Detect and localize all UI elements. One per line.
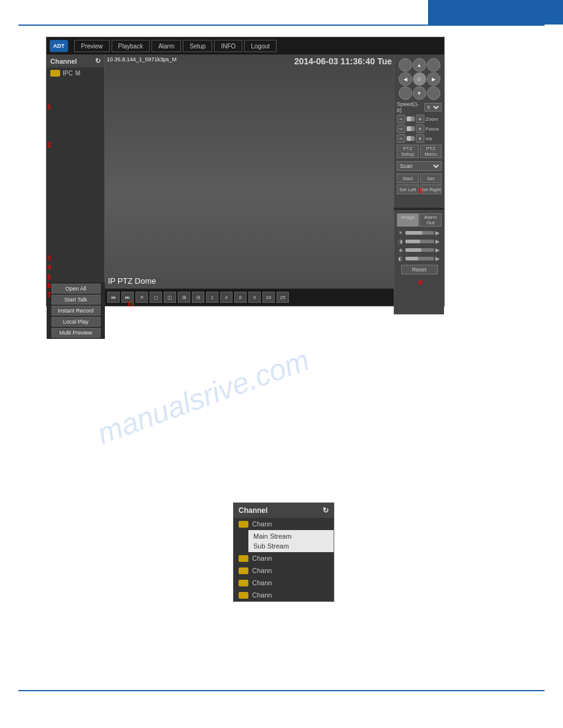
contrast-slider[interactable] [405,240,434,243]
nav-info-btn[interactable]: INFO [214,40,242,52]
label-4: 4 [47,264,51,271]
ptz-upright-btn[interactable] [427,58,440,72]
ptz-iris-slider[interactable] [407,136,415,141]
start-talk-btn[interactable]: Start Talk [52,295,101,305]
ptz-upleft-btn[interactable] [399,58,412,72]
brightness-slider[interactable] [405,231,434,235]
ptz-setup-tabs: PTZ Setup PTZ Menu [397,145,442,158]
ptz-zoom-label: Zoom [426,116,442,122]
dd-item-2[interactable]: Chann [234,552,334,564]
label-7: 7 [47,291,51,298]
ctrl-icon-5[interactable]: ◫ [164,292,176,303]
dropdown-refresh-icon[interactable]: ↻ [323,506,329,515]
ptz-menu-tab[interactable]: PTZ Menu [420,145,442,158]
dd-item-5-label: Chann [252,591,272,599]
ptz-right-btn[interactable]: ▶ [427,72,440,86]
ptz-iris-label: Iris [426,136,442,142]
nav-preview-btn[interactable]: Preview [74,40,110,52]
ctrl-icon-3[interactable]: ✕ [136,292,148,303]
brightness-arrow[interactable]: ▶ [435,230,442,236]
dd-item-3-label: Chann [252,567,272,574]
dd-submenu-1: Main Stream Sub Stream [248,530,334,552]
ptz-zoom-minus[interactable]: − [397,115,405,123]
ptz-focus-minus[interactable]: − [397,124,405,133]
ctrl-icon-9[interactable]: 4 [220,292,232,303]
channel-header: Channel ↻ [47,55,104,67]
ptz-start-btn[interactable]: Start [397,173,419,183]
ptz-set-btn[interactable]: Set [420,173,442,183]
dd-item-1[interactable]: Chann [234,518,334,530]
ptz-iris-plus[interactable]: + [416,134,424,143]
channel-item-ipc[interactable]: IPC M [47,67,104,79]
ctrl-icon-11[interactable]: 9 [248,292,261,303]
ptz-up-btn[interactable]: ▲ [413,58,426,72]
ptz-focus-slider[interactable] [407,126,415,131]
ptz-setup-tab[interactable]: PTZ Setup [397,145,419,158]
contrast-arrow[interactable]: ▶ [435,238,442,245]
video-background [105,55,394,289]
ptz-set-left-btn[interactable]: Set Left [397,184,419,194]
ptz-zoom-slider[interactable] [407,116,415,121]
image-tab[interactable]: Image [397,213,419,227]
ptz-iris-minus[interactable]: − [397,134,405,143]
bottom-control-bar: ⏮ ⏭ ✕ ◻ ◫ ⊞ ⊟ 1 4 8 9 16 25 [105,289,394,306]
ptz-down-btn[interactable]: ▼ [413,86,426,100]
ctrl-icon-10[interactable]: 8 [234,292,247,303]
ptz-start-set-row: Start Set [397,173,442,183]
ptz-center-btn[interactable]: ⊙ [413,72,426,86]
ptz-speed-select[interactable]: 5 [424,103,442,112]
instant-record-btn[interactable]: Instant Record [52,306,101,316]
ptz-focus-label: Focus [426,126,442,132]
saturation-slider[interactable] [405,248,434,252]
ptz-zoom-row: − + Zoom [397,115,442,123]
ctrl-icon-8[interactable]: 1 [206,292,218,303]
ctrl-icon-4[interactable]: ◻ [150,292,162,303]
ptz-iris-row: − + Iris [397,134,442,143]
nav-logout-btn[interactable]: Logout [244,40,277,52]
alarm-out-tab[interactable]: Alarm Out [419,213,442,227]
dd-item-2-label: Chann [252,555,272,562]
saturation-arrow[interactable]: ▶ [435,247,442,253]
channel-refresh-icon[interactable]: ↻ [95,57,101,65]
hue-arrow[interactable]: ▶ [435,256,442,262]
label-1: 1 [47,103,51,110]
dd-main-stream[interactable]: Main Stream [251,531,331,541]
ptz-scan-select[interactable]: Scan [397,161,442,171]
ctrl-icon-1[interactable]: ⏮ [107,292,120,303]
dvr-interface: ADT Preview Playback Alarm Setup INFO Lo… [46,37,445,306]
ctrl-icon-6[interactable]: ⊞ [178,292,190,303]
hue-slider[interactable] [405,257,434,260]
dd-item-5[interactable]: Chann [234,589,334,601]
nav-setup-btn[interactable]: Setup [183,40,212,52]
local-play-btn[interactable]: Local Play [52,317,101,327]
nav-playback-btn[interactable]: Playback [112,40,150,52]
image-tabs: Image Alarm Out [397,213,442,227]
dd-item-1-label: Chann [252,520,272,528]
multi-preview-btn[interactable]: Multi Preview [52,328,101,338]
ptz-left-btn[interactable]: ◀ [399,72,412,86]
saturation-icon: ◈ [397,246,404,254]
brightness-icon: ☀ [397,229,404,237]
ptz-focus-plus[interactable]: + [416,124,424,133]
ctrl-icon-7[interactable]: ⊟ [192,292,204,303]
dd-item-4[interactable]: Chann [234,577,334,589]
label-3: 3 [47,254,51,262]
contrast-icon: ◑ [397,238,404,245]
dd-sub-stream[interactable]: Sub Stream [251,541,331,551]
image-reset-btn[interactable]: Reset [401,265,438,275]
ptz-set-right-btn[interactable]: Set Right [420,184,442,194]
hue-icon: ◐ [397,255,404,262]
dd-item-4-label: Chann [252,579,272,586]
ptz-downright-btn[interactable] [427,86,440,100]
ctrl-icon-12[interactable]: 16 [262,292,275,303]
img-control-row-2: ◑ ▶ [397,238,442,245]
ptz-zoom-plus[interactable]: + [416,115,424,123]
dropdown-header: Channel ↻ [234,503,334,518]
open-all-btn[interactable]: Open All [52,284,101,294]
dd-item-3[interactable]: Chann [234,564,334,577]
nav-alarm-btn[interactable]: Alarm [151,40,181,52]
label-10: 10 [127,300,134,308]
ptz-downleft-btn[interactable] [399,86,412,100]
bottom-buttons: Open All Start Talk Instant Record Local… [47,282,105,339]
ctrl-icon-13[interactable]: 25 [277,292,289,303]
